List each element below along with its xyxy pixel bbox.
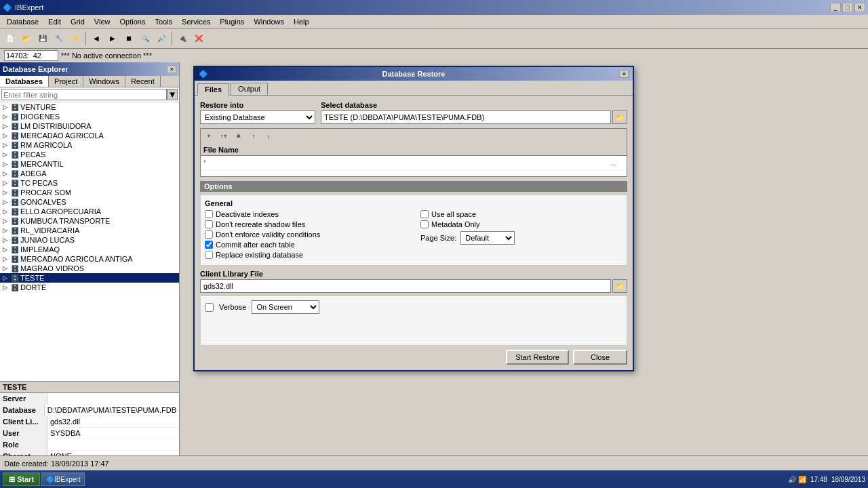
toolbar-btn7[interactable]: ▶: [105, 31, 120, 46]
file-input-1[interactable]: [214, 159, 608, 167]
delete-row-button[interactable]: ✕: [232, 130, 245, 142]
explorer-close[interactable]: ✕: [167, 65, 176, 73]
toolbar-save[interactable]: 💾: [35, 31, 50, 46]
close-button[interactable]: ✕: [854, 3, 865, 12]
db-tree-item[interactable]: ▷🗄️MERCADAO AGRICOLA ANTIGA: [0, 254, 179, 264]
replace-existing-checkbox[interactable]: [205, 251, 213, 259]
db-name: ADEGA: [20, 169, 47, 178]
toolbar-btn8[interactable]: ⏹: [121, 31, 136, 46]
use-all-space-checkbox[interactable]: [420, 210, 429, 218]
db-tree-item[interactable]: ▷🗄️RL_VIDRACARIA: [0, 226, 179, 235]
expand-icon: ▷: [3, 161, 9, 167]
db-tree-item[interactable]: ▷🗄️KUMBUCA TRANSPORTE: [0, 216, 179, 226]
toolbar-btn10[interactable]: 🔎: [154, 31, 169, 46]
deactivate-indexes-checkbox[interactable]: [205, 210, 213, 218]
maximize-button[interactable]: □: [842, 3, 853, 12]
start-restore-button[interactable]: Start Restore: [506, 350, 569, 365]
db-tree-item[interactable]: ▷🗄️IMPLEMAQ: [0, 245, 179, 254]
db-tree-item[interactable]: ▷🗄️MAGRAO VIDROS: [0, 264, 179, 273]
db-tree-item[interactable]: ▷🗄️TC PECAS: [0, 178, 179, 188]
explorer-title: Database Explorer ✕: [0, 62, 179, 76]
menu-grid[interactable]: Grid: [66, 16, 89, 27]
menu-help[interactable]: Help: [290, 16, 313, 27]
checkbox-dont-enforce: Don't enforce validity conditions: [205, 230, 407, 239]
db-name: LM DISTRIBUIDORA: [20, 122, 92, 130]
tab-windows[interactable]: Windows: [83, 76, 125, 87]
start-label: Start: [17, 475, 34, 483]
db-name: DIOGENES: [20, 113, 60, 121]
restore-into-select[interactable]: Existing Database New Database: [200, 110, 315, 124]
db-tree-item[interactable]: ▷🗄️GONCALVES: [0, 197, 179, 207]
metadata-only-checkbox[interactable]: [420, 220, 429, 228]
menu-plugins[interactable]: Plugins: [216, 16, 248, 27]
select-db-input[interactable]: [321, 110, 611, 124]
modal-tab-output[interactable]: Output: [231, 83, 268, 95]
toolbar-btn6[interactable]: ◀: [89, 31, 104, 46]
db-tree-item[interactable]: ▷🗄️LM DISTRIBUIDORA: [0, 121, 179, 131]
filter-dropdown[interactable]: ▼: [167, 89, 178, 100]
client-library-row: Client Library File 📁: [200, 270, 627, 293]
verbose-checkbox[interactable]: [205, 303, 214, 312]
modal-tab-files[interactable]: Files: [197, 83, 229, 96]
client-lib-input[interactable]: [200, 279, 611, 293]
select-db-browse[interactable]: 📁: [612, 110, 627, 124]
taskbar-label: IBExpert: [54, 476, 80, 483]
db-tree-item[interactable]: ▷🗄️VENTURE: [0, 102, 179, 112]
start-button[interactable]: ⊞ Start: [3, 472, 40, 486]
move-down-button[interactable]: ↓: [262, 130, 275, 142]
tab-recent[interactable]: Recent: [125, 76, 161, 87]
filter-input[interactable]: [1, 89, 167, 100]
db-name: RM AGRICOLA: [20, 141, 72, 149]
commit-after-table-checkbox[interactable]: [205, 241, 213, 249]
client-lib-browse[interactable]: 📁: [612, 279, 627, 293]
modal-close-button[interactable]: ✕: [619, 70, 629, 78]
dont-recreate-shadow-checkbox[interactable]: [205, 220, 213, 228]
db-tree-item[interactable]: ▷🗄️RM AGRICOLA: [0, 140, 179, 150]
db-tree-item[interactable]: ▷🗄️ADEGA: [0, 169, 179, 178]
menu-windows[interactable]: Windows: [250, 16, 288, 27]
insert-row-button[interactable]: ↑+: [217, 130, 231, 142]
expand-icon: ▷: [3, 265, 9, 272]
db-tree-item[interactable]: ▷🗄️PECAS: [0, 150, 179, 159]
taskbar-ibexpert[interactable]: 🔷 IBExpert: [41, 472, 85, 486]
db-tree-item[interactable]: ▷🗄️DIOGENES: [0, 112, 179, 121]
dont-enforce-validity-checkbox[interactable]: [205, 230, 213, 239]
menu-options[interactable]: Options: [116, 16, 150, 27]
output-select[interactable]: On Screen To File None: [252, 300, 319, 314]
toolbar-new[interactable]: 📄: [3, 31, 18, 46]
db-tree-item[interactable]: ▷🗄️JUNIAO LUCAS: [0, 235, 179, 245]
toolbar-btn5[interactable]: ⚡: [68, 31, 83, 46]
tab-databases[interactable]: Databases: [0, 76, 49, 87]
db-tree-item[interactable]: ▷🗄️DORTE: [0, 283, 179, 292]
page-size-select[interactable]: Default 1024 2048 4096 8192: [460, 231, 515, 245]
expand-icon: ▷: [3, 208, 9, 215]
separator2: [172, 32, 172, 45]
db-tree-item[interactable]: ▷🗄️MERCANTIL: [0, 159, 179, 169]
toolbar-disconnect[interactable]: ❌: [191, 31, 206, 46]
title-bar-left: 🔷 IBExpert: [3, 3, 43, 12]
menu-tools[interactable]: Tools: [151, 16, 176, 27]
client-lib-input-row: 📁: [200, 279, 627, 293]
close-button[interactable]: Close: [573, 350, 627, 365]
toolbar-connect[interactable]: 🔌: [175, 31, 190, 46]
add-row-button[interactable]: +: [202, 130, 216, 142]
toolbar-btn4[interactable]: 🔧: [52, 31, 66, 46]
tab-project[interactable]: Project: [49, 76, 83, 87]
toolbar-btn9[interactable]: 🔍: [138, 31, 153, 46]
file-browse-btn[interactable]: ...: [610, 159, 624, 167]
menu-services[interactable]: Services: [178, 16, 214, 27]
db-tree-item[interactable]: ▷🗄️TESTE: [0, 273, 179, 283]
db-tree-item[interactable]: ▷🗄️ELLO AGROPECUARIA: [0, 207, 179, 216]
db-tree-item[interactable]: ▷🗄️MERCADAO AGRICOLA: [0, 131, 179, 140]
db-tree-item[interactable]: ▷🗄️PROCAR SOM: [0, 188, 179, 197]
menu-database[interactable]: Database: [3, 16, 43, 27]
db-icon: 🗄️: [11, 265, 19, 272]
menu-edit[interactable]: Edit: [44, 16, 65, 27]
move-up-button[interactable]: ↑: [247, 130, 260, 142]
prop-label: User: [0, 428, 47, 439]
minimize-button[interactable]: _: [830, 3, 841, 12]
coord-input[interactable]: [4, 50, 58, 61]
toolbar-open[interactable]: 📂: [19, 31, 34, 46]
expand-icon: ▷: [3, 189, 9, 196]
menu-view[interactable]: View: [90, 16, 115, 27]
